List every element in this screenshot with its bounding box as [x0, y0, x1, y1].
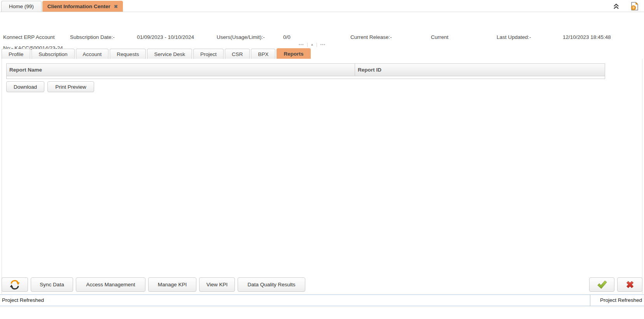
splitter-dots-left-icon[interactable]: ••• — [299, 43, 304, 47]
tab-bpx[interactable]: BPX — [251, 49, 275, 59]
tab-csr[interactable]: CSR — [225, 49, 250, 59]
tab-label: Project — [200, 51, 217, 57]
double-chevron-up-icon[interactable] — [613, 4, 619, 9]
column-header-report-id[interactable]: Report ID — [355, 64, 605, 76]
red-cross-icon — [625, 280, 635, 289]
tab-home-label: Home (99) — [9, 4, 34, 9]
splitter-collapse-icon[interactable]: ▲ — [311, 43, 314, 46]
tab-label: CSR — [232, 51, 243, 57]
tabbar-icon-group: ? — [613, 2, 639, 11]
window-tabs: Home (99) Client Information Center ✖ — [1, 1, 123, 12]
reports-table: Report Name Report ID — [6, 63, 605, 79]
data-quality-results-button[interactable]: Data Quality Results — [238, 277, 305, 292]
confirm-button[interactable] — [589, 277, 614, 292]
tab-label: Profile — [9, 51, 23, 57]
download-button[interactable]: Download — [6, 81, 44, 92]
reports-table-body-empty — [7, 76, 605, 79]
tab-home[interactable]: Home (99) — [1, 1, 42, 12]
window-tab-bar: Home (99) Client Information Center ✖ ? — [0, 0, 644, 12]
tab-project[interactable]: Project — [193, 49, 224, 59]
tab-label: Requests — [117, 51, 139, 57]
splitter-divider — [317, 43, 317, 47]
users-usage-label: Users(Usage/Limit):- — [217, 34, 265, 40]
tab-label: BPX — [258, 51, 268, 57]
reports-table-header: Report Name Report ID — [7, 64, 605, 76]
section-tab-strip: Profile Subscription Account Requests Se… — [2, 48, 311, 59]
current-release-value: Current — [431, 34, 448, 40]
account-info-bar: Konnect ERP Account No:- KACC/500014/23-… — [0, 12, 644, 42]
help-document-icon[interactable]: ? — [631, 2, 639, 11]
green-check-icon — [597, 280, 607, 289]
bottom-toolbar: Sync Data Access Management Manage KPI V… — [2, 277, 642, 292]
tab-label: Subscription — [38, 51, 67, 57]
last-updated-value: 12/10/2023 18:45:48 — [563, 34, 611, 40]
print-preview-button[interactable]: Print Preview — [47, 81, 94, 92]
column-header-report-name[interactable]: Report Name — [7, 64, 355, 76]
refresh-arrows-icon — [10, 280, 20, 290]
manage-kpi-button[interactable]: Manage KPI — [148, 277, 196, 292]
splitter-controls: ••• ▲ ••• — [299, 42, 326, 47]
tab-label: Reports — [284, 51, 303, 57]
splitter-divider — [307, 43, 308, 47]
users-usage-value: 0/0 — [283, 34, 290, 40]
view-kpi-button[interactable]: View KPI — [199, 277, 235, 292]
tab-client-information-center[interactable]: Client Information Center ✖ — [42, 1, 123, 12]
refresh-button[interactable] — [2, 277, 28, 292]
tab-account[interactable]: Account — [76, 49, 109, 59]
tab-service-desk[interactable]: Service Desk — [147, 49, 192, 59]
splitter-dots-right-icon[interactable]: ••• — [320, 43, 326, 47]
status-message-left: Project Refreshed — [0, 295, 590, 306]
help-question-glyph: ? — [632, 6, 635, 10]
cancel-button[interactable] — [617, 277, 642, 292]
tab-label: Account — [83, 51, 102, 57]
report-actions: Download Print Preview — [6, 81, 94, 92]
last-updated-label: Last Updated:- — [497, 34, 531, 40]
tab-requests[interactable]: Requests — [110, 49, 146, 59]
reports-panel — [2, 59, 642, 294]
tab-client-label: Client Information Center — [47, 4, 110, 9]
current-release-label: Current Release:- — [350, 34, 392, 40]
access-management-button[interactable]: Access Management — [76, 277, 145, 292]
status-bar: Project Refreshed Project Refreshed — [0, 294, 644, 306]
tab-subscription[interactable]: Subscription — [32, 49, 74, 59]
tab-profile[interactable]: Profile — [2, 49, 30, 59]
close-tab-icon[interactable]: ✖ — [114, 4, 118, 9]
tab-reports[interactable]: Reports — [276, 48, 310, 59]
status-message-right: Project Refreshed — [590, 295, 644, 306]
tab-label: Service Desk — [154, 51, 185, 57]
subscription-date-label: Subscription Date:- — [70, 34, 115, 40]
toolbar-spacer — [308, 277, 586, 292]
sync-data-button[interactable]: Sync Data — [31, 277, 73, 292]
subscription-date-value: 01/09/2023 - 10/10/2024 — [137, 34, 194, 40]
